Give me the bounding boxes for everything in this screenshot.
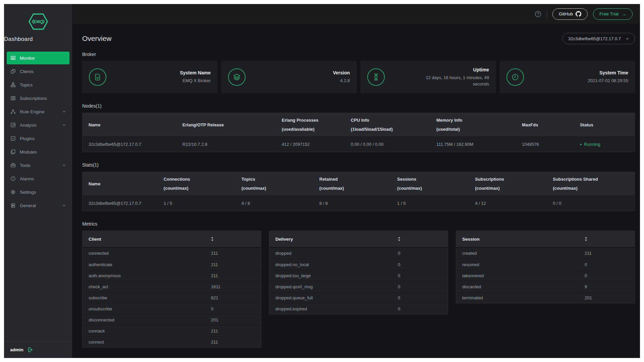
sidebar-item-monitor[interactable]: Monitor (7, 52, 69, 64)
node-selector-dropdown[interactable]: 32c3dbefbe65@172.17.0.7 (562, 33, 635, 44)
card-title: System Name (180, 70, 211, 75)
metric-row: dropped.expired 0 (269, 303, 448, 314)
hourglass-icon (367, 68, 385, 86)
clock-icon (506, 68, 524, 86)
sort-caret-icon[interactable] (584, 237, 588, 241)
node-cpu-cell: 0.00 / 0.00 / 0.00 (345, 136, 430, 152)
metric-row: connected 211 (83, 248, 261, 259)
card-value: 2021-07-02 08:29:55 (588, 78, 628, 84)
metric-row: discarded 9 (456, 281, 635, 292)
sidebar-item-modules[interactable]: Modules (7, 145, 69, 158)
sidebar-item-subscriptions[interactable]: Subscriptions (7, 92, 69, 105)
stats-section: Stats(1) Name Connections(count/max) Top… (82, 162, 635, 211)
chevron-down-icon (62, 204, 66, 207)
metric-key: subscribe (83, 295, 211, 300)
emq-logo: EMQ (4, 4, 72, 31)
sidebar-item-settings[interactable]: Settings (7, 186, 69, 198)
sidebar-item-analysis[interactable]: Analysis (7, 119, 69, 131)
sidebar-item-plugins[interactable]: Plugins (7, 132, 69, 145)
node-selector-value: 32c3dbefbe65@172.17.0.7 (568, 36, 621, 41)
sidebar-item-label: Monitor (20, 56, 35, 61)
stat-subscriptions-shared-cell: 0 / 0 (547, 195, 635, 211)
sidebar-item-general[interactable]: General (7, 199, 69, 212)
status-badge: Running (580, 142, 600, 147)
broker-section: Broker System Name EMQ X Broker (82, 52, 635, 93)
free-trial-button[interactable]: Free Trial → (593, 8, 633, 20)
stat-connections-cell: 1 / 5 (158, 195, 235, 211)
monitor-icon (10, 55, 16, 61)
layers-icon (228, 68, 246, 86)
metric-value: 0 (398, 262, 448, 267)
settings-icon (10, 189, 16, 195)
broker-card-system-name: System Name EMQ X Broker (82, 61, 217, 93)
col-header-connections: Connections(count/max) (158, 172, 235, 195)
nodes-section-label: Nodes(1) (82, 103, 635, 109)
main-area: GitHub Free Trial → Overview 32c3dbefbe6… (72, 4, 640, 358)
node-maxfds-cell: 1048576 (516, 136, 574, 152)
metric-row: created 211 (456, 248, 635, 259)
metric-value: 0 (585, 273, 635, 278)
metric-row: disconnected 201 (83, 314, 261, 325)
metric-row: connect 211 (83, 336, 261, 347)
alarms-icon (10, 176, 16, 181)
help-circle-icon[interactable] (535, 11, 541, 17)
sidebar: EMQ Dashboard Monitor Clients (4, 4, 72, 358)
metric-key: dropped.expired (269, 306, 398, 311)
metric-value: 211 (211, 273, 261, 278)
metric-value: 0 (398, 284, 448, 289)
logout-icon[interactable] (28, 347, 33, 353)
github-button[interactable]: GitHub (552, 8, 588, 20)
metric-key: discarded (456, 284, 585, 289)
sidebar-item-label: Alarms (20, 176, 34, 181)
screenshot-frame: EMQ Dashboard Monitor Clients (0, 0, 644, 362)
metrics-section: Metrics Client c (82, 221, 635, 348)
sidebar-item-rule-engine[interactable]: Rule Engine (7, 105, 69, 118)
metric-key: connack (83, 328, 211, 334)
nodes-section: Nodes(1) Name Erlang/OTP Release Erlang … (82, 103, 635, 152)
metric-value: 201 (585, 295, 635, 300)
metric-row: authenticate 211 (83, 259, 261, 270)
metrics-table-session: Session created 211 (456, 231, 635, 303)
metric-value: 211 (211, 262, 261, 267)
stats-table: Name Connections(count/max) Topics(count… (82, 172, 635, 211)
analysis-icon (10, 122, 16, 128)
topbar-divider (547, 10, 547, 18)
card-value: EMQ X Broker (180, 78, 211, 84)
metrics-table-title: Client (89, 237, 101, 242)
node-status-cell: Running (574, 136, 635, 152)
metric-key: terminated (456, 295, 585, 300)
metrics-table-title: Session (462, 237, 480, 242)
chevron-down-icon (626, 37, 629, 41)
col-header-subscriptions-shared: Subscriptions Shared(count/max) (547, 172, 635, 195)
metric-row: dropped 0 (269, 248, 448, 259)
sidebar-item-alarms[interactable]: Alarms (7, 172, 69, 185)
metric-value: 0 (398, 251, 448, 256)
metric-key: dropped (269, 251, 398, 256)
node-erlang-cell: R22/10.7.2.6 (176, 136, 276, 152)
free-trial-button-label: Free Trial (599, 11, 619, 16)
sort-caret-icon[interactable] (210, 237, 214, 241)
metrics-section-label: Metrics (82, 221, 635, 227)
metric-key: connected (83, 251, 211, 256)
metric-row: takeovered 0 (456, 270, 635, 281)
sidebar-item-clients[interactable]: Clients (7, 65, 69, 78)
sort-caret-icon[interactable] (397, 237, 401, 241)
metric-row: unsubscribe 0 (83, 303, 261, 314)
sidebar-item-tools[interactable]: Tools (7, 159, 69, 172)
chevron-down-icon (62, 110, 66, 113)
metric-row: subscribe 821 (83, 292, 261, 303)
sidebar-item-topics[interactable]: Topics (7, 78, 69, 91)
sidebar-item-label: Tools (20, 163, 31, 168)
col-header-erlang-processes: Erlang Processes(used/avaliable) (276, 113, 345, 136)
file-document-icon (89, 68, 106, 86)
metric-key: dropped.queue_full (269, 295, 398, 300)
sidebar-item-label: Plugins (20, 136, 35, 141)
stat-topics-cell: 4 / 8 (235, 195, 313, 211)
metric-row: dropped.queue_full 0 (269, 292, 448, 303)
stats-table-row: 32c3dbefbe65@172.17.0.7 1 / 5 4 / 8 8 / … (83, 195, 635, 211)
username: admin (10, 347, 23, 352)
page-title: Overview (82, 35, 112, 43)
stat-sessions-cell: 1 / 5 (391, 195, 469, 211)
card-value: 12 days, 16 hours, 1 minutes, 49 seconds (415, 75, 489, 87)
topics-icon (10, 82, 16, 87)
